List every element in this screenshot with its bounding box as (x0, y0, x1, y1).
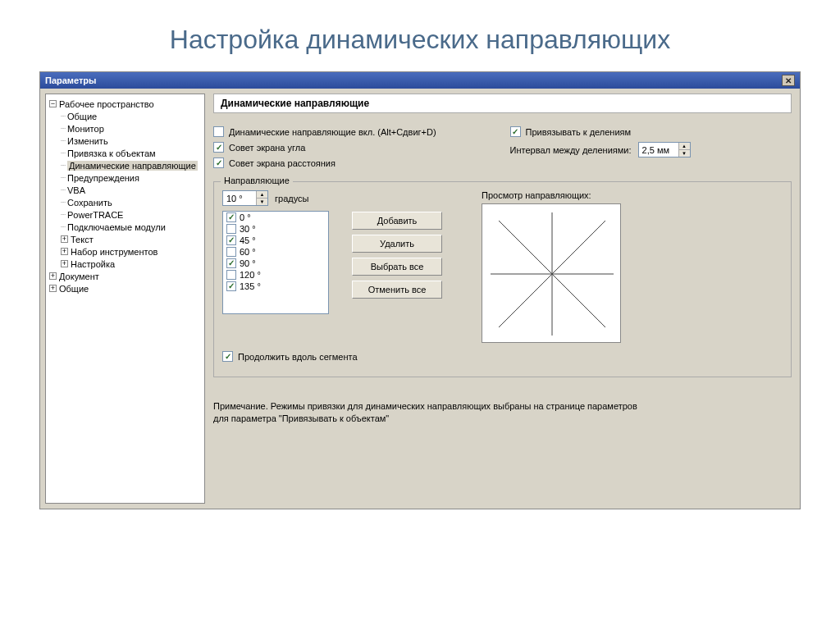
tree-item[interactable]: ┈PowerTRACE (49, 208, 204, 221)
angle-checkbox[interactable] (226, 224, 236, 234)
category-tree[interactable]: − Рабочее пространство ┈Общие┈Монитор┈Из… (45, 94, 205, 504)
spin-down-icon[interactable]: ▼ (257, 198, 267, 205)
angle-list-item[interactable]: 0 ° (223, 212, 328, 223)
tree-item[interactable]: +Набор инструментов (49, 245, 204, 258)
angle-list-item[interactable]: 45 ° (223, 235, 328, 246)
slide-title: Настройка динамических направляющих (0, 25, 840, 55)
add-button[interactable]: Добавить (352, 212, 442, 230)
angle-list-item[interactable]: 30 ° (223, 223, 328, 235)
tree-connector-icon: ┈ (61, 124, 66, 133)
titlebar-text: Параметры (45, 75, 96, 85)
angle-list[interactable]: 0 °30 °45 °60 °90 °120 °135 ° (222, 211, 329, 314)
label-snap-ticks: Привязывать к делениям (526, 127, 632, 137)
tree-item[interactable]: ┈Предупреждения (49, 171, 204, 184)
tree-item[interactable]: ┈Подключаемые модули (49, 221, 204, 233)
tree-label: Рабочее пространство (59, 99, 154, 109)
tree-connector-icon: ┈ (61, 222, 66, 231)
angle-label: 135 ° (240, 281, 261, 291)
tree-item[interactable]: ┈Общие (49, 110, 204, 122)
tree-label: Предупреждения (67, 173, 139, 183)
tree-item[interactable]: ┈Изменить (49, 135, 204, 147)
preview-label: Просмотр направляющих: (482, 190, 621, 200)
tree-item[interactable]: +Документ (49, 270, 204, 282)
label-distance-tip: Совет экрана расстояния (229, 158, 336, 168)
checkbox-enable-guides[interactable] (213, 126, 224, 137)
tree-connector-icon: ┈ (61, 136, 66, 145)
angle-list-item[interactable]: 90 ° (223, 258, 328, 269)
label-extend-segment: Продолжить вдоль сегмента (238, 352, 358, 362)
angle-list-item[interactable]: 135 ° (223, 281, 328, 292)
expand-icon[interactable]: + (49, 272, 57, 280)
select-all-button[interactable]: Выбрать все (352, 258, 442, 276)
angle-label: 45 ° (240, 235, 256, 245)
tree-node-workspace[interactable]: − Рабочее пространство (49, 98, 204, 110)
tree-label: Подключаемые модули (67, 222, 166, 232)
tree-item[interactable]: ┈Привязка к объектам (49, 147, 204, 159)
expand-icon[interactable]: + (61, 248, 68, 255)
deselect-all-button[interactable]: Отменить все (352, 281, 442, 299)
tree-connector-icon: ┈ (61, 185, 66, 194)
angle-label: 90 ° (240, 258, 256, 268)
tree-connector-icon: ┈ (61, 112, 66, 121)
degree-spinner[interactable]: ▲ ▼ (222, 190, 268, 206)
angle-label: 120 ° (240, 270, 261, 280)
tree-item[interactable]: +Настройка (49, 258, 204, 270)
collapse-icon[interactable]: − (49, 100, 57, 107)
angle-label: 30 ° (240, 224, 256, 234)
expand-icon[interactable]: + (61, 260, 68, 267)
tree-item[interactable]: ┈Сохранить (49, 196, 204, 208)
checkbox-angle-tip[interactable] (213, 142, 224, 153)
expand-icon[interactable]: + (61, 235, 68, 243)
angle-checkbox[interactable] (226, 247, 236, 257)
tree-item[interactable]: +Общие (49, 282, 204, 294)
tree-label: Текст (71, 235, 94, 244)
label-interval: Интервал между делениями: (510, 145, 632, 155)
interval-input[interactable] (639, 143, 678, 157)
note-text: Примечание. Режимы привязки для динамиче… (213, 400, 640, 425)
spin-up-icon[interactable]: ▲ (679, 143, 690, 149)
tree-item[interactable]: ┈Динамические направляющие (49, 159, 204, 171)
angle-checkbox[interactable] (226, 235, 236, 245)
dialog-window: Параметры ✕ − Рабочее пространство ┈Общи… (39, 71, 801, 509)
tree-label: Общие (67, 112, 97, 121)
tree-label: Набор инструментов (71, 247, 158, 257)
angle-checkbox[interactable] (226, 270, 236, 280)
angle-checkbox[interactable] (226, 258, 236, 268)
angle-list-item[interactable]: 120 ° (223, 269, 328, 281)
angle-checkbox[interactable] (226, 212, 236, 222)
panel-header: Динамические направляющие (213, 94, 792, 113)
delete-button[interactable]: Удалить (352, 235, 442, 253)
tree-item[interactable]: ┈VBA (49, 184, 204, 196)
guides-preview (482, 203, 621, 343)
angle-label: 60 ° (240, 247, 256, 257)
spin-up-icon[interactable]: ▲ (257, 191, 267, 198)
tree-label: PowerTRACE (67, 210, 123, 220)
tree-label: Динамические направляющие (67, 161, 198, 171)
expand-icon[interactable]: + (49, 285, 57, 292)
tree-label: Изменить (67, 136, 108, 146)
checkbox-snap-ticks[interactable] (510, 126, 521, 137)
guides-legend: Направляющие (221, 176, 293, 185)
tree-label: Монитор (67, 124, 104, 134)
tree-label: Сохранить (67, 198, 112, 208)
tree-label: Настройка (71, 259, 115, 269)
label-enable-guides: Динамические направляющие вкл. (Alt+Сдви… (229, 127, 436, 137)
angle-list-item[interactable]: 60 ° (223, 246, 328, 258)
tree-item[interactable]: ┈Монитор (49, 122, 204, 135)
tree-connector-icon: ┈ (61, 198, 66, 207)
tree-label: Общие (59, 284, 89, 294)
checkbox-extend-segment[interactable] (222, 351, 233, 362)
close-button[interactable]: ✕ (782, 75, 795, 86)
tree-connector-icon: ┈ (61, 161, 66, 170)
tree-connector-icon: ┈ (61, 148, 66, 158)
guides-fieldset: Направляющие ▲ ▼ градусы (213, 181, 792, 377)
interval-spinner[interactable]: ▲ ▼ (638, 142, 691, 158)
angle-checkbox[interactable] (226, 281, 236, 291)
tree-item[interactable]: +Текст (49, 233, 204, 245)
settings-panel: Динамические направляющие Динамические н… (205, 89, 800, 509)
degree-input[interactable] (223, 191, 256, 205)
spin-down-icon[interactable]: ▼ (679, 149, 690, 157)
tree-label: Документ (59, 272, 99, 281)
checkbox-distance-tip[interactable] (213, 158, 224, 168)
titlebar: Параметры ✕ (40, 72, 800, 89)
